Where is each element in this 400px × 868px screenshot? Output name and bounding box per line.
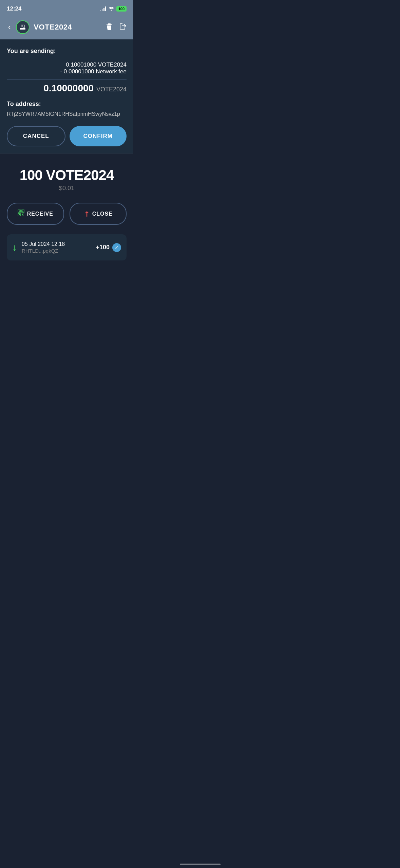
transaction-item[interactable]: ↓ 05 Jul 2024 12:18 RHTLD...pqkQZ +100 ✓	[7, 234, 127, 260]
qr-icon	[18, 210, 24, 218]
wifi-icon	[108, 6, 114, 12]
confirm-button[interactable]: CONFIRM	[70, 126, 127, 146]
battery-indicator: 100	[116, 6, 127, 12]
svg-rect-1	[19, 211, 20, 212]
wallet-content: 100 VOTE2024 $0.01 RECEIVE	[0, 153, 133, 267]
svg-rect-8	[22, 215, 22, 216]
cancel-button[interactable]: CANCEL	[7, 126, 65, 146]
to-address-label: To address:	[7, 101, 127, 108]
signal-bar-1	[100, 10, 101, 11]
close-label: CLOSE	[92, 211, 113, 217]
status-time: 12:24	[7, 5, 21, 12]
status-icons: 100	[100, 6, 127, 12]
share-icon[interactable]	[119, 22, 127, 32]
to-address-value: RTj2SYWR7AM5fGN1RHSatpnmHSwyNsvz1p	[7, 110, 127, 118]
tx-confirmed-icon: ✓	[112, 243, 121, 252]
tx-amount-value: +100	[96, 244, 110, 251]
balance-usd: $0.01	[7, 185, 127, 192]
svg-rect-9	[23, 215, 23, 216]
wallet-balance: 100 VOTE2024 $0.01	[7, 167, 127, 192]
receive-button[interactable]: RECEIVE	[7, 203, 64, 225]
sending-label: You are sending:	[7, 48, 127, 55]
tx-date: 05 Jul 2024 12:18	[22, 241, 91, 247]
signal-icon	[100, 6, 106, 11]
wallet-actions: RECEIVE ↗ CLOSE	[7, 203, 127, 225]
signal-bar-4	[105, 6, 106, 11]
token-emoji: 🗳	[20, 24, 26, 31]
delete-icon[interactable]	[106, 22, 113, 32]
svg-rect-6	[22, 214, 23, 215]
total-unit-label: VOTE2024	[96, 86, 127, 93]
token-icon: 🗳	[16, 20, 30, 34]
header-actions	[106, 22, 127, 32]
confirm-modal: You are sending: 0.10001000 VOTE2024 - 0…	[0, 39, 133, 153]
close-arrow-icon: ↗	[81, 209, 92, 219]
back-button[interactable]: ‹	[7, 21, 12, 33]
modal-buttons: CANCEL CONFIRM	[7, 126, 127, 146]
signal-bar-2	[102, 9, 103, 11]
close-button[interactable]: ↗ CLOSE	[70, 203, 127, 225]
tx-address: RHTLD...pqkQZ	[22, 248, 91, 254]
amount-main: 0.10001000 VOTE2024	[7, 61, 127, 68]
tx-info: 05 Jul 2024 12:18 RHTLD...pqkQZ	[22, 241, 91, 254]
amount-fee: - 0.00001000 Network fee	[7, 68, 127, 75]
svg-rect-7	[23, 214, 24, 214]
status-bar: 12:24 100	[0, 0, 133, 16]
svg-rect-5	[19, 214, 20, 215]
amount-total: 0.10000000 VOTE2024	[7, 83, 127, 94]
svg-rect-3	[22, 211, 23, 212]
page-header: ‹ 🗳 VOTE2024	[0, 16, 133, 39]
receive-label: RECEIVE	[27, 211, 53, 217]
balance-amount: 100 VOTE2024	[7, 167, 127, 183]
tx-incoming-icon: ↓	[12, 242, 17, 253]
amount-divider	[7, 79, 127, 79]
signal-bar-3	[103, 8, 104, 11]
total-value: 0.10000000	[43, 83, 94, 93]
amount-section: 0.10001000 VOTE2024 - 0.00001000 Network…	[7, 61, 127, 75]
page-title: VOTE2024	[34, 23, 101, 32]
tx-amount: +100 ✓	[96, 243, 121, 252]
